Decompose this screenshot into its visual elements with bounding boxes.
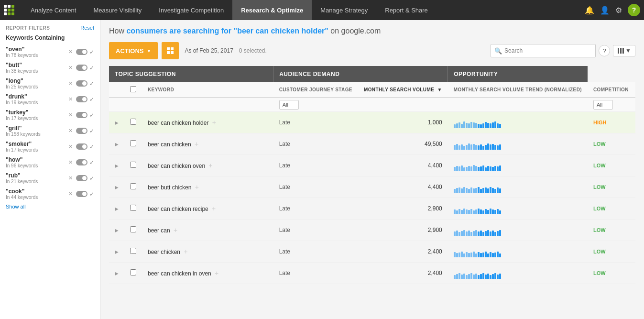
- volume-value: 2,900: [428, 205, 442, 212]
- search-input[interactable]: [491, 44, 596, 57]
- check-rub[interactable]: ✓: [89, 175, 94, 182]
- row-checkbox[interactable]: [130, 226, 136, 232]
- expand-icon[interactable]: ▶: [115, 271, 119, 276]
- add-keyword-icon[interactable]: +: [212, 119, 216, 126]
- add-keyword-icon[interactable]: +: [184, 248, 187, 255]
- table-row: ▶ beer can chicken + Late 49,500 LOW: [109, 133, 635, 155]
- toggle-cook[interactable]: [76, 191, 87, 197]
- stage-cell: Late: [273, 263, 358, 284]
- check-grill[interactable]: ✓: [89, 128, 94, 134]
- remove-grill[interactable]: ✕: [67, 127, 74, 134]
- toggle-smoker[interactable]: [76, 143, 87, 150]
- remove-drunk[interactable]: ✕: [67, 96, 74, 103]
- expand-cell: ▶: [109, 241, 124, 263]
- remove-turkey[interactable]: ✕: [67, 111, 74, 119]
- check-turkey[interactable]: ✓: [89, 112, 94, 119]
- toggle-how[interactable]: [76, 159, 87, 165]
- search-input-wrap: 🔍: [491, 44, 596, 57]
- nav-research-optimize[interactable]: Research & Optimize: [232, 0, 312, 20]
- row-checkbox[interactable]: [130, 140, 136, 146]
- help-icon[interactable]: ?: [628, 4, 640, 16]
- svg-rect-1: [171, 47, 174, 50]
- expand-icon[interactable]: ▶: [115, 249, 119, 254]
- expand-icon[interactable]: ▶: [115, 163, 119, 168]
- toggle-long[interactable]: [76, 80, 87, 87]
- expand-icon[interactable]: ▶: [115, 228, 119, 233]
- trend-chart: [454, 117, 582, 128]
- check-smoker[interactable]: ✓: [89, 143, 94, 150]
- remove-rub[interactable]: ✕: [67, 175, 74, 182]
- nav-analyze-content[interactable]: Analyze Content: [22, 0, 85, 20]
- expand-icon[interactable]: ▶: [115, 142, 119, 147]
- toggle-oven[interactable]: [76, 49, 87, 55]
- row-checkbox[interactable]: [130, 269, 136, 275]
- nav-report-share[interactable]: Report & Share: [376, 0, 437, 20]
- remove-smoker[interactable]: ✕: [67, 143, 74, 150]
- competition-filter-select[interactable]: All: [593, 100, 613, 110]
- section-header-row: TOPIC SUGGESTION AUDIENCE DEMAND OPPORTU…: [109, 66, 635, 82]
- volume-cell: 1,000: [358, 112, 448, 133]
- expand-icon[interactable]: ▶: [115, 185, 119, 190]
- volume-cell: 2,400: [358, 241, 448, 263]
- row-checkbox[interactable]: [130, 205, 136, 211]
- notification-icon[interactable]: 🔔: [585, 6, 594, 15]
- trend-cell: [448, 176, 588, 198]
- toggle-rub[interactable]: [76, 175, 87, 181]
- svg-rect-4: [618, 48, 619, 54]
- check-cook[interactable]: ✓: [89, 191, 94, 198]
- grid-view-button[interactable]: [162, 42, 179, 59]
- add-keyword-icon[interactable]: +: [174, 226, 177, 234]
- help-button[interactable]: ?: [599, 45, 610, 56]
- remove-how[interactable]: ✕: [67, 159, 74, 166]
- check-drunk[interactable]: ✓: [89, 96, 94, 103]
- add-keyword-icon[interactable]: +: [195, 140, 198, 148]
- remove-long[interactable]: ✕: [67, 80, 74, 87]
- toggle-turkey[interactable]: [76, 112, 87, 118]
- remove-cook[interactable]: ✕: [67, 190, 74, 198]
- trend-chart: [454, 181, 582, 193]
- keyword-cell: beer can chicken +: [142, 133, 273, 155]
- trend-cell: [448, 155, 588, 176]
- show-all-button[interactable]: Show all: [6, 204, 94, 209]
- reset-button[interactable]: Reset: [80, 25, 94, 31]
- toggle-butt[interactable]: [76, 65, 87, 71]
- keyword-cell: beer can chicken oven +: [142, 155, 273, 176]
- select-all-checkbox[interactable]: [130, 86, 136, 92]
- add-keyword-icon[interactable]: +: [208, 162, 212, 169]
- row-checkbox[interactable]: [130, 119, 136, 125]
- remove-butt[interactable]: ✕: [67, 64, 74, 71]
- check-butt[interactable]: ✓: [89, 65, 94, 71]
- nav-manage-strategy[interactable]: Manage Strategy: [312, 0, 376, 20]
- row-checkbox[interactable]: [130, 183, 136, 189]
- trend-cell: [448, 133, 588, 155]
- toggle-drunk[interactable]: [76, 96, 87, 102]
- row-checkbox[interactable]: [130, 248, 136, 254]
- actions-button[interactable]: ACTIONS ▼: [109, 42, 158, 59]
- competition-cell: LOW: [588, 155, 635, 176]
- stage-cell: Late: [273, 241, 358, 263]
- expand-icon[interactable]: ▶: [115, 120, 119, 125]
- check-oven[interactable]: ✓: [89, 49, 94, 55]
- competition-cell: LOW: [588, 133, 635, 155]
- add-keyword-icon[interactable]: +: [215, 269, 218, 277]
- nav-investigate-competition[interactable]: Investigate Competition: [150, 0, 232, 20]
- toggle-grill[interactable]: [76, 128, 87, 134]
- expand-icon[interactable]: ▶: [115, 206, 119, 211]
- check-how[interactable]: ✓: [89, 159, 94, 166]
- stage-cell: Late: [273, 155, 358, 176]
- nav-measure-visibility[interactable]: Measure Visibility: [85, 0, 150, 20]
- volume-cell: 2,400: [358, 263, 448, 284]
- remove-oven[interactable]: ✕: [67, 48, 74, 55]
- user-icon[interactable]: 👤: [600, 6, 610, 15]
- stage-filter-select[interactable]: All: [279, 100, 299, 110]
- volume-value: 4,400: [428, 162, 442, 169]
- keyword-text: beer chicken: [148, 249, 180, 255]
- check-long[interactable]: ✓: [89, 80, 94, 87]
- columns-button[interactable]: ▼: [613, 45, 635, 56]
- add-keyword-icon[interactable]: +: [212, 205, 216, 212]
- settings-icon[interactable]: ⚙: [615, 6, 622, 15]
- row-checkbox[interactable]: [130, 162, 136, 168]
- date-label: As of Feb 25, 2017: [185, 47, 233, 54]
- svg-rect-6: [622, 48, 624, 54]
- add-keyword-icon[interactable]: +: [195, 183, 199, 191]
